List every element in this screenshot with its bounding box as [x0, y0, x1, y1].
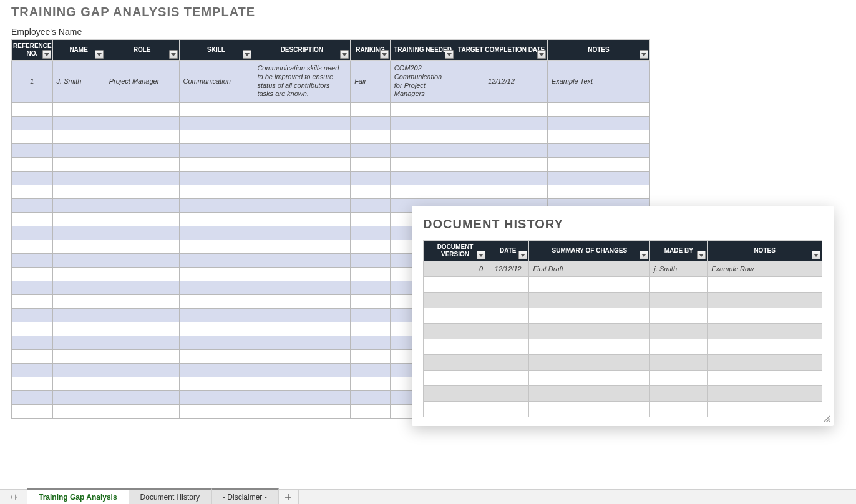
cell[interactable] [253, 240, 351, 254]
cell[interactable] [12, 213, 53, 226]
column-header[interactable]: NOTES [547, 40, 649, 61]
cell[interactable] [253, 350, 351, 364]
table-row[interactable] [424, 386, 822, 402]
cell[interactable] [12, 185, 53, 199]
tab-nav-button[interactable] [0, 490, 27, 504]
cell[interactable] [253, 199, 351, 213]
cell[interactable] [253, 213, 351, 226]
cell[interactable] [253, 117, 351, 130]
cell[interactable] [105, 213, 179, 226]
cell[interactable] [52, 322, 105, 336]
cell[interactable] [52, 336, 105, 350]
table-row[interactable] [424, 324, 822, 339]
column-header[interactable]: SKILL [179, 40, 253, 61]
cell[interactable] [52, 309, 105, 322]
cell[interactable] [52, 377, 105, 391]
cell[interactable] [424, 277, 487, 293]
table-row[interactable] [424, 339, 822, 355]
column-header[interactable]: NOTES [708, 241, 822, 261]
cell[interactable] [179, 144, 253, 158]
cell[interactable] [105, 185, 179, 199]
table-row[interactable] [424, 355, 822, 371]
cell[interactable] [487, 386, 529, 402]
cell[interactable] [455, 172, 548, 185]
cell[interactable] [253, 226, 351, 240]
cell[interactable] [179, 172, 253, 185]
cell[interactable] [708, 339, 822, 355]
column-header[interactable]: DOCUMENT VERSION [424, 241, 487, 261]
cell[interactable] [105, 281, 179, 295]
cell[interactable] [179, 240, 253, 254]
cell[interactable] [650, 402, 708, 417]
cell[interactable] [351, 130, 391, 144]
cell[interactable] [179, 117, 253, 130]
cell[interactable] [351, 364, 391, 377]
cell[interactable] [455, 130, 548, 144]
cell[interactable]: Communication [179, 61, 253, 103]
cell[interactable] [105, 199, 179, 213]
cell[interactable] [351, 240, 391, 254]
table-row[interactable] [424, 293, 822, 308]
table-row[interactable] [12, 172, 650, 185]
cell[interactable] [424, 386, 487, 402]
cell[interactable] [708, 386, 822, 402]
cell[interactable] [253, 377, 351, 391]
cell[interactable] [351, 322, 391, 336]
cell[interactable] [424, 324, 487, 339]
cell[interactable] [650, 293, 708, 308]
cell[interactable] [105, 377, 179, 391]
cell[interactable] [12, 377, 53, 391]
cell[interactable] [253, 336, 351, 350]
cell[interactable] [351, 117, 391, 130]
cell[interactable] [487, 277, 529, 293]
cell[interactable]: 12/12/12 [455, 61, 548, 103]
cell[interactable] [547, 144, 649, 158]
cell[interactable] [650, 355, 708, 371]
cell[interactable] [708, 355, 822, 371]
cell[interactable] [12, 117, 53, 130]
cell[interactable] [650, 324, 708, 339]
table-row[interactable] [12, 185, 650, 199]
cell[interactable] [253, 130, 351, 144]
cell[interactable] [179, 391, 253, 405]
cell[interactable] [52, 144, 105, 158]
cell[interactable] [52, 268, 105, 281]
cell[interactable] [179, 226, 253, 240]
table-row[interactable]: 1J. SmithProject ManagerCommunicationCom… [12, 61, 650, 103]
cell[interactable] [390, 130, 455, 144]
cell[interactable] [52, 405, 105, 419]
cell[interactable]: 12/12/12 [487, 261, 529, 277]
cell[interactable] [12, 336, 53, 350]
cell[interactable] [351, 226, 391, 240]
cell[interactable] [650, 308, 708, 324]
table-row[interactable]: 012/12/12First Draftj. SmithExample Row [424, 261, 822, 277]
cell[interactable] [390, 158, 455, 172]
cell[interactable] [179, 405, 253, 419]
cell[interactable] [351, 309, 391, 322]
cell[interactable] [547, 185, 649, 199]
cell[interactable] [52, 391, 105, 405]
cell[interactable] [487, 355, 529, 371]
cell[interactable] [390, 172, 455, 185]
cell[interactable] [105, 364, 179, 377]
cell[interactable] [351, 172, 391, 185]
cell[interactable] [529, 324, 650, 339]
filter-dropdown-icon[interactable] [640, 251, 648, 259]
cell[interactable] [179, 213, 253, 226]
cell[interactable] [390, 185, 455, 199]
cell[interactable] [529, 402, 650, 417]
cell[interactable] [650, 386, 708, 402]
column-header[interactable]: MADE BY [650, 241, 708, 261]
cell[interactable] [708, 371, 822, 386]
cell[interactable] [12, 254, 53, 268]
cell[interactable] [105, 254, 179, 268]
cell[interactable] [547, 103, 649, 117]
cell[interactable] [487, 339, 529, 355]
cell[interactable] [351, 103, 391, 117]
cell[interactable] [351, 268, 391, 281]
column-header[interactable]: TRAINING NEEDED [390, 40, 455, 61]
cell[interactable] [105, 309, 179, 322]
cell[interactable] [351, 144, 391, 158]
cell[interactable] [179, 350, 253, 364]
cell[interactable] [105, 130, 179, 144]
